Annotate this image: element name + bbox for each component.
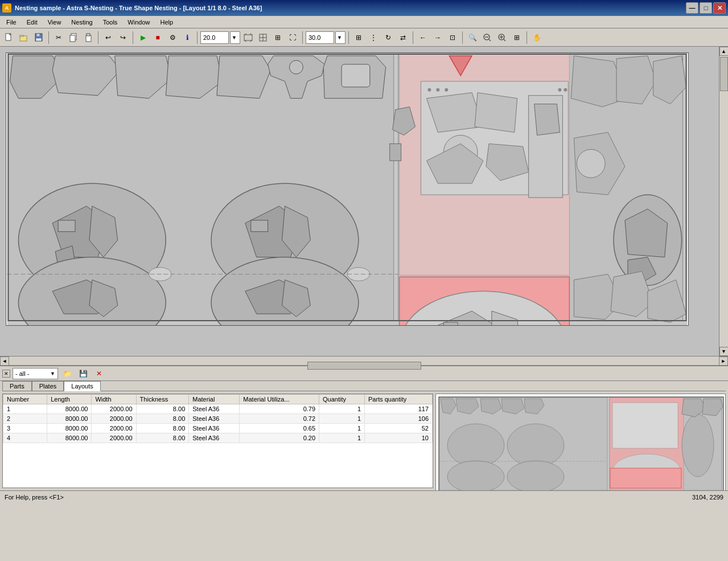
copy-button[interactable] (67, 31, 80, 44)
step-button[interactable]: ⊡ (446, 31, 459, 44)
menu-edit[interactable]: Edit (22, 17, 43, 27)
svg-rect-4 (20, 35, 23, 36)
nav-back-button[interactable]: ← (416, 31, 430, 44)
filter-dropdown[interactable]: - all - ▼ (13, 368, 58, 379)
svg-rect-11 (87, 34, 90, 36)
cell-length: 8000.00 (47, 424, 92, 433)
scroll-up-button[interactable]: ▲ (719, 47, 729, 56)
svg-point-80 (577, 149, 605, 178)
scroll-left-button[interactable]: ◄ (0, 357, 9, 366)
scroll-right-button[interactable]: ► (719, 357, 728, 366)
toolbar-separator-1 (48, 31, 49, 44)
grid-button[interactable]: ⊞ (352, 31, 365, 44)
table-row[interactable]: 3 8000.00 2000.00 8.00 Steel A36 0.65 1 … (3, 424, 433, 433)
svg-rect-7 (36, 38, 42, 41)
zoom-full-button[interactable]: ⛶ (286, 31, 299, 44)
svg-point-60 (436, 88, 439, 92)
scroll-track[interactable] (720, 56, 728, 347)
redo-button[interactable]: ↪ (116, 31, 130, 44)
zoom-in-button[interactable]: 🔍 (466, 31, 479, 44)
canvas-area[interactable] (0, 47, 719, 356)
cut-button[interactable]: ✂ (52, 31, 65, 44)
scroll-thumb[interactable] (720, 57, 728, 91)
cell-length: 8000.00 (47, 414, 92, 424)
cell-utilization: 0.72 (240, 414, 319, 424)
save-button[interactable] (32, 31, 46, 44)
svg-line-24 (504, 39, 505, 41)
info-button[interactable]: ℹ (180, 31, 194, 44)
tab-layouts[interactable]: Layouts (64, 381, 101, 391)
cell-number: 3 (3, 424, 47, 433)
svg-point-61 (445, 88, 448, 92)
window-title: Nesting sample - Astra S-Nesting - True … (15, 5, 262, 11)
maximize-button[interactable]: □ (700, 2, 712, 14)
paste-button[interactable] (81, 31, 95, 44)
nav-forward-button[interactable]: → (431, 31, 445, 44)
zoom-fit-button[interactable] (256, 31, 270, 44)
zoom-input[interactable] (200, 31, 229, 44)
zoom-dropdown[interactable]: ▼ (230, 31, 240, 44)
toolbar-separator-7 (413, 31, 413, 44)
hand-tool-button[interactable]: ✋ (530, 31, 544, 44)
play-button[interactable]: ▶ (136, 31, 150, 44)
zoom-out-button[interactable] (480, 31, 494, 44)
svg-rect-40 (58, 220, 75, 232)
zoom-extend-button[interactable] (241, 31, 255, 44)
toolbar-separator-2 (98, 31, 98, 44)
undo-button[interactable]: ↩ (101, 31, 115, 44)
close-panel-button[interactable]: ✕ (2, 370, 10, 378)
filter-save-button[interactable]: 💾 (76, 367, 90, 380)
svg-point-63 (564, 88, 567, 92)
minimize-button[interactable]: — (686, 2, 698, 14)
table-row[interactable]: 4 8000.00 2000.00 8.00 Steel A36 0.20 1 … (3, 433, 433, 443)
table-row[interactable]: 1 8000.00 2000.00 8.00 Steel A36 0.79 1 … (3, 404, 433, 414)
close-button[interactable]: ✕ (713, 2, 726, 14)
svg-rect-110 (610, 468, 681, 488)
filter-delete-button[interactable]: ✕ (92, 367, 106, 380)
new-button[interactable] (2, 31, 16, 44)
vertical-scrollbar[interactable]: ▲ ▼ (719, 47, 728, 356)
zoom-area-button[interactable] (495, 31, 509, 44)
cell-parts-qty: 117 (365, 404, 433, 414)
menu-help[interactable]: Help (155, 17, 178, 27)
app-icon: A (2, 3, 11, 13)
cell-length: 8000.00 (47, 404, 92, 414)
menu-view[interactable]: View (43, 17, 67, 27)
tab-plates[interactable]: Plates (32, 381, 64, 391)
menu-nesting[interactable]: Nesting (66, 17, 97, 27)
menu-tools[interactable]: Tools (98, 17, 123, 27)
toolbar-separator-4 (197, 31, 198, 44)
filter-folder-button[interactable]: 📁 (60, 367, 74, 380)
title-bar: A Nesting sample - Astra S-Nesting - Tru… (0, 0, 728, 16)
settings-button[interactable]: ⚙ (166, 31, 179, 44)
data-table: Number Length Width Thickness Material M… (3, 394, 433, 443)
status-bar: For Help, press <F1> 3104, 2299 (0, 490, 728, 503)
cell-length: 8000.00 (47, 433, 92, 443)
stop-button[interactable]: ■ (151, 31, 164, 44)
menu-file[interactable]: File (1, 17, 22, 27)
cell-material: Steel A36 (189, 414, 240, 424)
col-number: Number (3, 395, 47, 404)
svg-point-59 (427, 88, 431, 92)
snap-button[interactable]: ⋮ (367, 31, 380, 44)
horizontal-scrollbar[interactable]: ◄ ► (0, 356, 728, 365)
col-length: Length (47, 395, 92, 404)
full-view-button[interactable]: ⊞ (510, 31, 524, 44)
svg-point-97 (447, 461, 504, 490)
mirror-button[interactable]: ⇄ (396, 31, 410, 44)
cell-thickness: 8.00 (136, 404, 189, 414)
cell-utilization: 0.79 (240, 404, 319, 414)
svg-line-21 (489, 39, 491, 41)
zoom2-input[interactable] (306, 31, 334, 44)
open-button[interactable] (17, 31, 31, 44)
scroll-down-button[interactable]: ▼ (719, 347, 729, 356)
toolbar-separator-9 (527, 31, 527, 44)
table-row[interactable]: 2 8000.00 2000.00 8.00 Steel A36 0.72 1 … (3, 414, 433, 424)
rotate-button[interactable]: ↻ (381, 31, 395, 44)
tab-parts[interactable]: Parts (2, 381, 32, 391)
zoom2-dropdown[interactable]: ▼ (335, 31, 346, 44)
col-thickness: Thickness (136, 395, 189, 404)
zoom-window-button[interactable]: ⊞ (271, 31, 285, 44)
menu-window[interactable]: Window (122, 17, 155, 27)
h-scroll-thumb[interactable] (307, 362, 421, 370)
